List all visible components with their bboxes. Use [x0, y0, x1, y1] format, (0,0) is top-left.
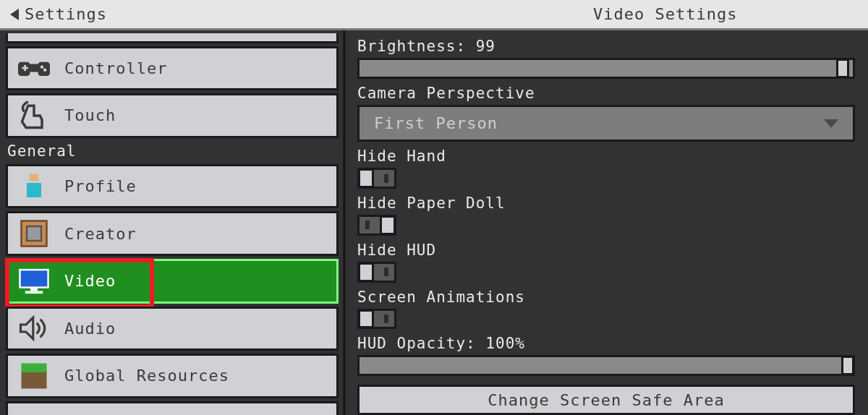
svg-rect-8	[27, 183, 41, 197]
sidebar-item-label: Controller	[64, 59, 167, 77]
camera-perspective-label: Camera Perspective	[357, 85, 855, 102]
hide-paper-doll-label: Hide Paper Doll	[357, 194, 855, 212]
toggle-track-mark	[384, 315, 388, 323]
sidebar-item-label: Global Resources	[64, 367, 229, 385]
sidebar-item-touch[interactable]: Touch	[6, 93, 339, 138]
hide-hand-toggle[interactable]	[357, 168, 396, 189]
brightness-slider[interactable]	[357, 58, 855, 79]
controller-icon	[18, 52, 50, 84]
hide-hud-label: Hide HUD	[357, 241, 855, 259]
svg-rect-13	[25, 291, 43, 294]
chevron-left-icon	[10, 9, 19, 20]
toggle-knob	[358, 262, 374, 282]
sidebar-item-creator[interactable]: Creator	[6, 211, 339, 256]
svg-rect-4	[24, 65, 26, 71]
svg-point-6	[43, 69, 46, 72]
profile-icon	[18, 171, 50, 202]
brightness-label: Brightness: 99	[357, 38, 855, 55]
svg-point-5	[41, 66, 43, 69]
sidebar-item-audio[interactable]: Audio	[6, 307, 339, 351]
settings-sidebar: Controller Touch General Profile	[0, 30, 346, 415]
sidebar-item-label: Profile	[64, 177, 137, 195]
hud-opacity-label: HUD Opacity: 100%	[357, 335, 855, 352]
camera-perspective-dropdown[interactable]: First Person	[357, 105, 855, 142]
svg-rect-14	[22, 370, 47, 388]
slider-thumb[interactable]	[836, 59, 849, 78]
toggle-track-mark	[384, 268, 388, 276]
header-bar: Settings Video Settings	[0, 0, 868, 30]
sidebar-item-label: Audio	[64, 320, 116, 338]
command-block-icon	[18, 218, 50, 249]
toggle-knob	[380, 215, 396, 235]
change-screen-safe-area-button[interactable]: Change Screen Safe Area	[357, 385, 855, 415]
sidebar-item-label: Creator	[64, 225, 137, 243]
dropdown-value: First Person	[374, 114, 498, 132]
screen-animations-label: Screen Animations	[357, 288, 855, 306]
hide-hand-label: Hide Hand	[357, 147, 855, 165]
sidebar-section-general: General	[6, 141, 339, 161]
hide-hud-toggle[interactable]	[357, 262, 396, 283]
sidebar-item-global-resources[interactable]: Global Resources	[6, 354, 339, 398]
svg-rect-7	[30, 174, 39, 181]
sidebar-item-partial-top[interactable]	[6, 33, 339, 43]
sidebar-item-profile[interactable]: Profile	[6, 164, 339, 209]
toggle-track-mark	[384, 174, 388, 183]
slider-thumb[interactable]	[841, 356, 854, 375]
svg-rect-15	[22, 363, 47, 372]
touch-icon	[18, 100, 50, 132]
toggle-knob	[358, 168, 374, 188]
svg-rect-10	[27, 226, 41, 241]
sidebar-item-partial-bottom[interactable]	[6, 401, 339, 415]
video-settings-pane: Brightness: 99 Camera Perspective First …	[346, 30, 868, 415]
sidebar-item-label: Video	[64, 272, 116, 290]
svg-rect-11	[20, 270, 48, 287]
toggle-track-mark	[365, 221, 370, 229]
monitor-icon	[18, 265, 50, 297]
screen-animations-toggle[interactable]	[357, 309, 396, 330]
back-button[interactable]: Settings	[0, 0, 117, 28]
sidebar-item-video[interactable]: Video	[6, 259, 339, 304]
sidebar-item-label: Touch	[64, 106, 116, 124]
grass-block-icon	[18, 360, 50, 392]
chevron-down-icon	[824, 119, 838, 128]
hide-paper-doll-toggle[interactable]	[357, 215, 396, 236]
page-title: Video Settings	[593, 5, 737, 23]
back-label: Settings	[25, 5, 107, 23]
sidebar-item-controller[interactable]: Controller	[6, 46, 339, 91]
hud-opacity-slider[interactable]	[357, 355, 855, 376]
svg-rect-12	[30, 287, 38, 291]
svg-rect-2	[26, 64, 42, 72]
button-label: Change Screen Safe Area	[488, 391, 725, 409]
speaker-icon	[18, 312, 50, 344]
toggle-knob	[358, 309, 374, 329]
